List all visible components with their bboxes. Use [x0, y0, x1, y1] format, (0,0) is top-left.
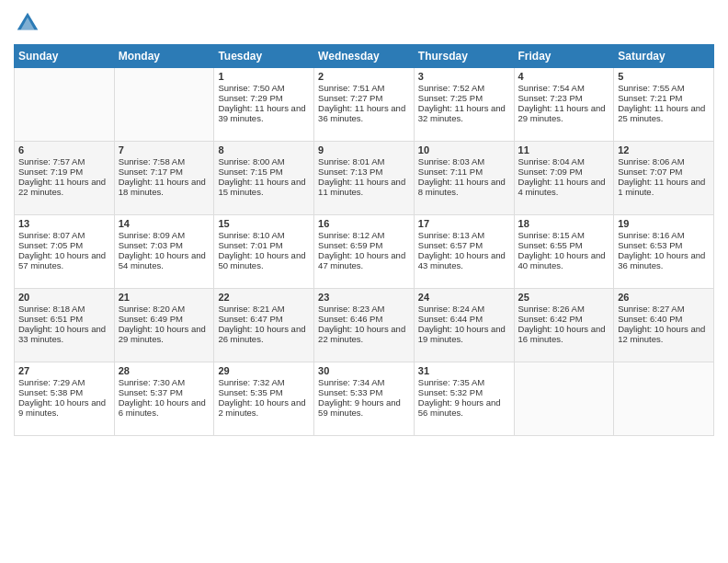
- daylight: Daylight: 10 hours and 36 minutes.: [618, 250, 705, 270]
- sunset: Sunset: 5:35 PM: [218, 387, 282, 397]
- daylight: Daylight: 10 hours and 40 minutes.: [518, 250, 606, 270]
- daylight: Daylight: 11 hours and 15 minutes.: [218, 177, 305, 197]
- day-number: 24: [418, 292, 510, 303]
- sunrise: Sunrise: 7:57 AM: [18, 156, 85, 167]
- day-number: 2: [318, 71, 410, 82]
- sunset: Sunset: 7:21 PM: [618, 93, 682, 103]
- sunrise: Sunrise: 7:54 AM: [518, 83, 585, 93]
- day-number: 31: [418, 365, 510, 376]
- calendar-cell: 26Sunrise: 8:27 AMSunset: 6:40 PMDayligh…: [614, 289, 714, 362]
- calendar-cell: 21Sunrise: 8:20 AMSunset: 6:49 PMDayligh…: [114, 289, 214, 362]
- daylight: Daylight: 10 hours and 29 minutes.: [119, 324, 206, 344]
- sunrise: Sunrise: 7:52 AM: [418, 83, 484, 93]
- calendar-cell: 9Sunrise: 8:01 AMSunset: 7:13 PMDaylight…: [314, 142, 415, 215]
- sunset: Sunset: 7:11 PM: [418, 167, 483, 177]
- daylight: Daylight: 10 hours and 54 minutes.: [119, 250, 206, 270]
- calendar-cell: 16Sunrise: 8:12 AMSunset: 6:59 PMDayligh…: [314, 215, 415, 289]
- day-header-wednesday: Wednesday: [314, 45, 415, 68]
- calendar-cell: 5Sunrise: 7:55 AMSunset: 7:21 PMDaylight…: [614, 68, 714, 142]
- sunrise: Sunrise: 8:18 AM: [18, 304, 85, 314]
- day-number: 20: [18, 292, 110, 303]
- day-number: 6: [18, 144, 110, 155]
- day-number: 15: [218, 218, 310, 229]
- logo-icon: [14, 9, 41, 37]
- sunset: Sunset: 7:03 PM: [119, 240, 183, 250]
- calendar-container: SundayMondayTuesdayWednesdayThursdayFrid…: [0, 0, 728, 445]
- day-number: 18: [518, 218, 610, 229]
- sunset: Sunset: 7:05 PM: [18, 240, 83, 250]
- sunrise: Sunrise: 8:09 AM: [119, 230, 185, 240]
- sunset: Sunset: 5:37 PM: [119, 387, 183, 397]
- calendar-cell: 18Sunrise: 8:15 AMSunset: 6:55 PMDayligh…: [514, 215, 614, 289]
- daylight: Daylight: 11 hours and 39 minutes.: [218, 103, 305, 123]
- daylight: Daylight: 9 hours and 56 minutes.: [418, 397, 501, 418]
- day-number: 28: [119, 365, 210, 376]
- calendar-cell: 4Sunrise: 7:54 AMSunset: 7:23 PMDaylight…: [514, 68, 614, 142]
- sunrise: Sunrise: 8:23 AM: [318, 304, 384, 314]
- week-row-3: 13Sunrise: 8:07 AMSunset: 7:05 PMDayligh…: [15, 215, 714, 289]
- week-row-1: 1Sunrise: 7:50 AMSunset: 7:29 PMDaylight…: [15, 68, 714, 142]
- sunset: Sunset: 7:09 PM: [518, 167, 583, 177]
- calendar-cell: 31Sunrise: 7:35 AMSunset: 5:32 PMDayligh…: [414, 362, 514, 436]
- day-number: 23: [318, 292, 410, 303]
- calendar-cell: 29Sunrise: 7:32 AMSunset: 5:35 PMDayligh…: [214, 362, 314, 436]
- day-number: 22: [218, 292, 310, 303]
- sunrise: Sunrise: 8:12 AM: [318, 230, 384, 240]
- calendar-cell: 13Sunrise: 8:07 AMSunset: 7:05 PMDayligh…: [15, 215, 115, 289]
- sunset: Sunset: 7:15 PM: [218, 167, 282, 177]
- daylight: Daylight: 11 hours and 11 minutes.: [318, 177, 405, 197]
- day-header-monday: Monday: [114, 45, 214, 68]
- day-number: 12: [618, 144, 710, 155]
- sunset: Sunset: 6:42 PM: [518, 314, 583, 324]
- calendar-cell: 17Sunrise: 8:13 AMSunset: 6:57 PMDayligh…: [414, 215, 514, 289]
- sunset: Sunset: 7:23 PM: [518, 93, 583, 103]
- sunrise: Sunrise: 7:34 AM: [318, 377, 384, 387]
- daylight: Daylight: 11 hours and 36 minutes.: [318, 103, 405, 123]
- sunrise: Sunrise: 8:15 AM: [518, 230, 585, 240]
- logo: [14, 9, 43, 37]
- daylight: Daylight: 11 hours and 8 minutes.: [418, 177, 506, 197]
- sunset: Sunset: 5:33 PM: [318, 387, 382, 397]
- calendar-cell: 19Sunrise: 8:16 AMSunset: 6:53 PMDayligh…: [614, 215, 714, 289]
- sunrise: Sunrise: 7:55 AM: [618, 83, 684, 93]
- day-number: 9: [318, 144, 410, 155]
- sunset: Sunset: 7:27 PM: [318, 93, 382, 103]
- day-number: 29: [218, 365, 310, 376]
- header-row: SundayMondayTuesdayWednesdayThursdayFrid…: [15, 45, 714, 68]
- day-number: 26: [618, 292, 710, 303]
- calendar-cell: 12Sunrise: 8:06 AMSunset: 7:07 PMDayligh…: [614, 142, 714, 215]
- sunrise: Sunrise: 7:30 AM: [119, 377, 185, 387]
- daylight: Daylight: 10 hours and 26 minutes.: [218, 324, 305, 344]
- calendar-cell: 8Sunrise: 8:00 AMSunset: 7:15 PMDaylight…: [214, 142, 314, 215]
- day-number: 19: [618, 218, 710, 229]
- sunrise: Sunrise: 8:00 AM: [218, 156, 284, 167]
- sunset: Sunset: 6:55 PM: [518, 240, 583, 250]
- daylight: Daylight: 10 hours and 50 minutes.: [218, 250, 305, 270]
- day-number: 1: [218, 71, 310, 82]
- daylight: Daylight: 10 hours and 2 minutes.: [218, 397, 305, 418]
- calendar-cell: 11Sunrise: 8:04 AMSunset: 7:09 PMDayligh…: [514, 142, 614, 215]
- sunrise: Sunrise: 7:50 AM: [218, 83, 284, 93]
- day-number: 27: [18, 365, 110, 376]
- day-number: 11: [518, 144, 610, 155]
- calendar-cell: 15Sunrise: 8:10 AMSunset: 7:01 PMDayligh…: [214, 215, 314, 289]
- sunrise: Sunrise: 8:20 AM: [119, 304, 185, 314]
- daylight: Daylight: 11 hours and 25 minutes.: [618, 103, 705, 123]
- sunset: Sunset: 6:47 PM: [218, 314, 282, 324]
- sunset: Sunset: 5:38 PM: [18, 387, 83, 397]
- calendar-cell: 1Sunrise: 7:50 AMSunset: 7:29 PMDaylight…: [214, 68, 314, 142]
- sunset: Sunset: 7:29 PM: [218, 93, 282, 103]
- daylight: Daylight: 11 hours and 22 minutes.: [18, 177, 106, 197]
- header: [14, 9, 714, 37]
- daylight: Daylight: 11 hours and 4 minutes.: [518, 177, 606, 197]
- week-row-5: 27Sunrise: 7:29 AMSunset: 5:38 PMDayligh…: [15, 362, 714, 436]
- sunrise: Sunrise: 7:29 AM: [18, 377, 85, 387]
- day-header-thursday: Thursday: [414, 45, 514, 68]
- sunrise: Sunrise: 7:32 AM: [218, 377, 284, 387]
- day-number: 3: [418, 71, 510, 82]
- daylight: Daylight: 11 hours and 32 minutes.: [418, 103, 506, 123]
- sunrise: Sunrise: 8:04 AM: [518, 156, 585, 167]
- daylight: Daylight: 10 hours and 19 minutes.: [418, 324, 506, 344]
- sunrise: Sunrise: 8:24 AM: [418, 304, 484, 314]
- day-number: 10: [418, 144, 510, 155]
